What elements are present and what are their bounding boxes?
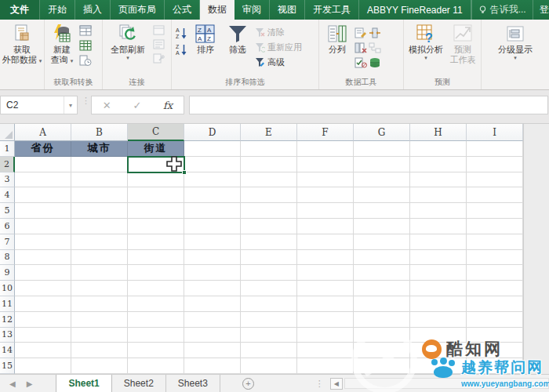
grid-cell-D15[interactable] xyxy=(184,358,241,374)
tell-me-box[interactable]: 告诉我... xyxy=(471,0,533,20)
what-if-analysis-button[interactable]: ? 模拟分析 ▾ xyxy=(405,23,446,61)
grid-cell-F8[interactable] xyxy=(297,250,354,266)
outline-button[interactable]: 分级显示 ▾ xyxy=(492,23,539,61)
sheet-tab-Sheet2[interactable]: Sheet2 xyxy=(112,375,166,392)
column-header-I[interactable]: I xyxy=(467,124,523,141)
grid-cell-A11[interactable] xyxy=(15,296,71,312)
grid-cell-I4[interactable] xyxy=(467,187,523,203)
grid-cell-A15[interactable] xyxy=(15,358,71,374)
column-header-D[interactable]: D xyxy=(184,124,241,141)
grid-cell-B12[interactable] xyxy=(71,312,128,328)
confirm-entry-icon[interactable]: ✓ xyxy=(133,100,141,111)
sort-descending-icon[interactable]: ZA xyxy=(175,43,187,56)
column-header-B[interactable]: B xyxy=(71,124,128,141)
grid-cell-B7[interactable] xyxy=(71,234,128,250)
grid-cell-I1[interactable] xyxy=(467,141,523,157)
ribbon-tab-2[interactable]: 插入 xyxy=(75,0,111,20)
refresh-all-button[interactable]: 全部刷新 ▾ xyxy=(104,23,151,61)
grid-cell-B11[interactable] xyxy=(71,296,128,312)
grid-cell-D6[interactable] xyxy=(184,219,241,234)
horizontal-scrollbar[interactable] xyxy=(344,378,549,389)
grid-cell-H6[interactable] xyxy=(410,219,467,234)
grid-cell-B3[interactable] xyxy=(71,172,128,188)
grid-cell-A6[interactable] xyxy=(15,219,71,234)
grid-cell-I5[interactable] xyxy=(467,203,523,219)
row-header-9[interactable]: 9 xyxy=(0,265,15,281)
grid-cell-A10[interactable] xyxy=(15,281,71,296)
row-header-12[interactable]: 12 xyxy=(0,312,15,328)
row-header-15[interactable]: 15 xyxy=(0,358,15,374)
grid-cell-E10[interactable] xyxy=(241,281,297,296)
row-header-11[interactable]: 11 xyxy=(0,296,15,312)
grid-cell-B6[interactable] xyxy=(71,219,128,234)
row-header-5[interactable]: 5 xyxy=(0,203,15,219)
row-header-10[interactable]: 10 xyxy=(0,281,15,296)
grid-cell-E2[interactable] xyxy=(241,157,297,172)
grid-cell-E13[interactable] xyxy=(241,328,297,343)
grid-cell-I2[interactable] xyxy=(467,157,523,172)
edit-links-icon[interactable] xyxy=(153,53,165,64)
grid-cell-I13[interactable] xyxy=(467,328,523,343)
recent-sources-icon[interactable] xyxy=(79,55,92,66)
ribbon-tab-7[interactable]: 视图 xyxy=(270,0,305,20)
grid-cell-B9[interactable] xyxy=(71,265,128,281)
grid-cell-D11[interactable] xyxy=(184,296,241,312)
grid-cell-D13[interactable] xyxy=(184,328,241,343)
grid-cell-F7[interactable] xyxy=(297,234,354,250)
grid-cell-H10[interactable] xyxy=(410,281,467,296)
grid-cell-F2[interactable] xyxy=(297,157,354,172)
column-header-G[interactable]: G xyxy=(354,124,410,141)
grid-cell-D1[interactable] xyxy=(184,141,241,157)
grid-cell-I8[interactable] xyxy=(467,250,523,266)
sheet-bar-splitter[interactable]: ⋮ xyxy=(315,382,324,386)
text-to-columns-button[interactable]: 分列 xyxy=(321,23,354,55)
clear-filter-button[interactable]: 清除 xyxy=(253,25,304,40)
grid-cell-C8[interactable] xyxy=(128,250,184,266)
get-external-data-button[interactable]: 获取 外部数据 ▾ xyxy=(2,23,42,65)
grid-cell-G15[interactable] xyxy=(354,358,410,374)
grid-cell-A13[interactable] xyxy=(15,328,71,343)
ribbon-tab-3[interactable]: 页面布局 xyxy=(111,0,165,20)
formula-input[interactable] xyxy=(189,96,548,114)
name-box[interactable]: C2 ▾ xyxy=(0,96,78,114)
grid-cell-I14[interactable] xyxy=(467,343,523,358)
grid-cell-G8[interactable] xyxy=(354,250,410,266)
grid-cell-G7[interactable] xyxy=(354,234,410,250)
grid-cell-E12[interactable] xyxy=(241,312,297,328)
connections-icon[interactable] xyxy=(153,25,165,35)
grid-cell-G13[interactable] xyxy=(354,328,410,343)
sort-ascending-icon[interactable]: AZ xyxy=(175,27,187,39)
grid-cell-G3[interactable] xyxy=(354,172,410,188)
grid-cell-F10[interactable] xyxy=(297,281,354,296)
grid-cell-C4[interactable] xyxy=(128,187,184,203)
grid-cell-F15[interactable] xyxy=(297,358,354,374)
grid-cell-H11[interactable] xyxy=(410,296,467,312)
grid-cell-D12[interactable] xyxy=(184,312,241,328)
grid-cell-A4[interactable] xyxy=(15,187,71,203)
flash-fill-icon[interactable] xyxy=(354,27,367,38)
grid-cell-F12[interactable] xyxy=(297,312,354,328)
grid-cell-F5[interactable] xyxy=(297,203,354,219)
grid-cell-A5[interactable] xyxy=(15,203,71,219)
row-header-1[interactable]: 1 xyxy=(0,141,15,157)
grid-cell-G12[interactable] xyxy=(354,312,410,328)
remove-duplicates-icon[interactable] xyxy=(354,42,367,53)
grid-cell-H3[interactable] xyxy=(410,172,467,188)
grid-cell-H15[interactable] xyxy=(410,358,467,374)
advanced-filter-button[interactable]: 高级 xyxy=(253,55,304,70)
name-box-dropdown-icon[interactable]: ▾ xyxy=(64,96,77,114)
grid-cell-H13[interactable] xyxy=(410,328,467,343)
sheet-next-icon[interactable]: ▶ xyxy=(27,379,33,388)
grid-cell-G1[interactable] xyxy=(354,141,410,157)
grid-cell-C13[interactable] xyxy=(128,328,184,343)
grid-cell-E11[interactable] xyxy=(241,296,297,312)
grid-cell-C7[interactable] xyxy=(128,234,184,250)
grid-cell-B10[interactable] xyxy=(71,281,128,296)
grid-cell-C11[interactable] xyxy=(128,296,184,312)
grid-cell-E5[interactable] xyxy=(241,203,297,219)
sign-in-button[interactable]: 登录 xyxy=(533,0,549,20)
grid-cell-D9[interactable] xyxy=(184,265,241,281)
grid-cell-G9[interactable] xyxy=(354,265,410,281)
ribbon-tab-4[interactable]: 公式 xyxy=(165,0,200,20)
grid-cell-E3[interactable] xyxy=(241,172,297,188)
